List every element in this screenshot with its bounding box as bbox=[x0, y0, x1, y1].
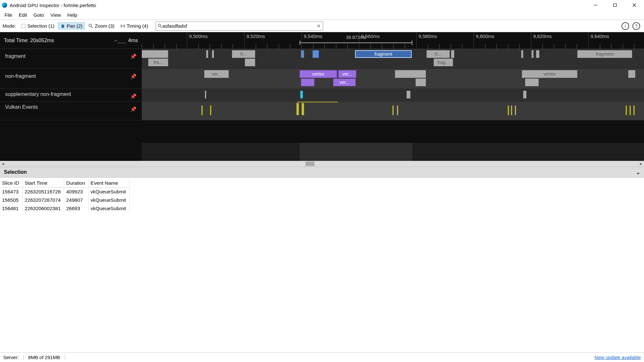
server-label: Server: bbox=[3, 355, 24, 360]
track-fragment[interactable]: fragment📌 fra... fr... fragment fr... fr… bbox=[0, 49, 644, 69]
scroll-thumb[interactable] bbox=[305, 162, 314, 166]
pin-icon[interactable]: 📌 bbox=[130, 93, 137, 99]
svg-rect-1 bbox=[614, 4, 617, 7]
maximize-button[interactable] bbox=[605, 0, 625, 10]
svg-line-11 bbox=[160, 26, 162, 28]
pin-icon[interactable]: 📌 bbox=[130, 53, 137, 60]
help-button[interactable]: ? bbox=[632, 22, 640, 30]
col-event-name[interactable]: Event Name bbox=[89, 179, 130, 188]
mode-timing[interactable]: Timing (4) bbox=[118, 22, 150, 30]
selection-icon bbox=[21, 23, 26, 29]
minimize-button[interactable] bbox=[586, 0, 605, 10]
toolbar: Mode: Selection (1) Pan (2) Zoom (3) Tim… bbox=[0, 20, 644, 32]
mode-label: Mode: bbox=[3, 23, 16, 29]
pin-icon[interactable]: 📌 bbox=[130, 106, 137, 112]
timeline-scrollbar[interactable]: ◄ ► bbox=[0, 161, 644, 167]
total-time-label: Total Time: 20s052ms bbox=[4, 38, 54, 43]
svg-line-6 bbox=[91, 26, 93, 28]
statusbar: Server: 8MB of 291MB New update availabl… bbox=[0, 352, 644, 362]
timing-icon bbox=[120, 23, 125, 29]
update-link[interactable]: New update available bbox=[595, 355, 641, 360]
search-field[interactable]: ✕ bbox=[156, 22, 323, 31]
menu-view[interactable]: View bbox=[48, 12, 63, 18]
time-ruler[interactable]: Total Time: 20s052ms ⌐___ 4ms 39.873ms 9… bbox=[0, 32, 644, 49]
table-row[interactable]: 1564732263205116728409923vkQueueSubmit bbox=[0, 188, 130, 196]
info-button[interactable]: i bbox=[621, 22, 629, 30]
chevron-down-icon[interactable]: ⌄ bbox=[636, 169, 640, 175]
scroll-right-icon[interactable]: ► bbox=[638, 162, 644, 166]
track-supplementary-non-fragment[interactable]: supplementary non-fragment📌 bbox=[0, 89, 644, 102]
scale-label: 4ms bbox=[128, 38, 138, 43]
track-vulkan-events[interactable]: Vulkan Events📌 bbox=[0, 102, 644, 120]
memory-label: 8MB of 291MB bbox=[28, 355, 65, 360]
zoom-icon bbox=[88, 23, 93, 29]
menubar: File Edit Goto View Help bbox=[0, 10, 644, 20]
mode-zoom[interactable]: Zoom (3) bbox=[86, 22, 117, 30]
app-icon bbox=[2, 3, 7, 8]
svg-point-5 bbox=[89, 24, 91, 27]
svg-rect-4 bbox=[22, 24, 25, 28]
track-non-fragment[interactable]: non-fragment📌 ver... vertex ver... ver..… bbox=[0, 69, 644, 89]
scroll-left-icon[interactable]: ◄ bbox=[0, 162, 6, 166]
menu-help[interactable]: Help bbox=[65, 12, 80, 18]
col-duration[interactable]: Duration bbox=[64, 179, 89, 188]
menu-file[interactable]: File bbox=[2, 12, 15, 18]
hand-icon bbox=[60, 23, 65, 29]
selection-table[interactable]: Slice ID Start Time Duration Event Name … bbox=[0, 178, 644, 352]
selection-panel-header[interactable]: Selection ⌄ bbox=[0, 167, 644, 178]
tracks-area[interactable]: fragment📌 fra... fr... fragment fr... fr… bbox=[0, 49, 644, 161]
titlebar: Android GPU Inspector - fortnite.perfett… bbox=[0, 0, 644, 10]
col-start-time[interactable]: Start Time bbox=[23, 179, 64, 188]
clear-search-icon[interactable]: ✕ bbox=[317, 23, 321, 29]
pin-icon[interactable]: 📌 bbox=[130, 73, 137, 79]
timeline-panel: Total Time: 20s052ms ⌐___ 4ms 39.873ms 9… bbox=[0, 32, 644, 161]
search-icon bbox=[158, 24, 162, 28]
mode-pan[interactable]: Pan (2) bbox=[58, 22, 85, 30]
col-slice-id[interactable]: Slice ID bbox=[0, 179, 23, 188]
table-row[interactable]: 156481226320600238126693vkQueueSubmit bbox=[0, 204, 130, 213]
menu-edit[interactable]: Edit bbox=[16, 12, 30, 18]
close-button[interactable] bbox=[625, 0, 644, 10]
mode-selection[interactable]: Selection (1) bbox=[19, 22, 57, 30]
table-row[interactable]: 1565052263207287074249807vkQueueSubmit bbox=[0, 196, 130, 204]
window-title: Android GPU Inspector - fortnite.perfett… bbox=[10, 3, 96, 8]
menu-goto[interactable]: Goto bbox=[31, 12, 47, 18]
svg-point-10 bbox=[158, 24, 161, 27]
search-input[interactable] bbox=[162, 23, 317, 29]
